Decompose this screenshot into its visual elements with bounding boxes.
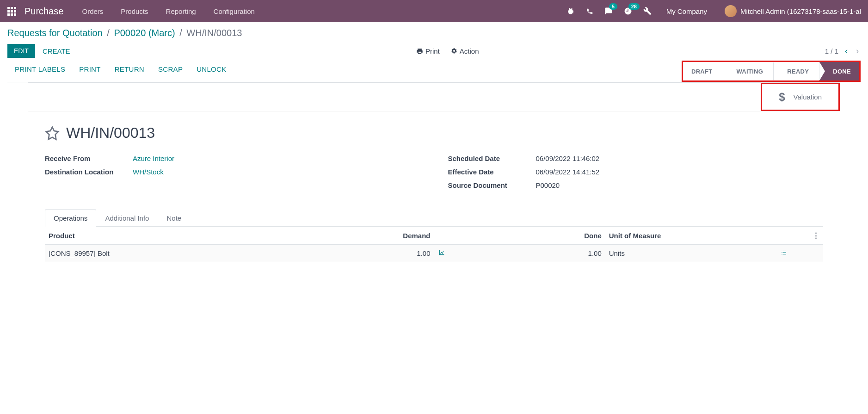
page-title: WH/IN/00013 bbox=[66, 124, 155, 142]
apps-icon[interactable] bbox=[7, 7, 16, 16]
operations-table: Product Demand Done Unit of Measure ⋮ [C… bbox=[45, 227, 823, 262]
action-print[interactable]: PRINT bbox=[79, 65, 101, 77]
cell-demand: 1.00 bbox=[341, 245, 434, 262]
tab-additional-info[interactable]: Additional Info bbox=[96, 209, 158, 227]
nav-menu: Orders Products Reporting Configuration bbox=[82, 7, 255, 15]
kebab-icon[interactable]: ⋮ bbox=[813, 231, 819, 240]
create-button[interactable]: CREATE bbox=[43, 47, 70, 55]
action-scrap[interactable]: SCRAP bbox=[158, 65, 183, 77]
cell-done: 1.00 bbox=[465, 245, 605, 262]
tab-operations[interactable]: Operations bbox=[45, 209, 96, 227]
forecast-icon[interactable] bbox=[438, 249, 445, 257]
nav-orders[interactable]: Orders bbox=[82, 7, 104, 15]
cell-product: [CONS_89957] Bolt bbox=[45, 245, 341, 262]
pager-prev[interactable]: ‹ bbox=[843, 46, 850, 56]
pager: 1 / 1 ‹ › bbox=[825, 46, 861, 56]
print-icon bbox=[416, 48, 423, 55]
valuation-button[interactable]: $ Valuation bbox=[761, 83, 840, 111]
fields-right: Scheduled Date 06/09/2022 11:46:02 Effec… bbox=[448, 154, 824, 195]
detailed-operations-icon[interactable] bbox=[780, 249, 788, 257]
label-source-document: Source Document bbox=[448, 181, 536, 189]
edit-button[interactable]: EDIT bbox=[7, 44, 35, 58]
pager-text: 1 / 1 bbox=[825, 47, 838, 55]
status-ready[interactable]: READY bbox=[773, 62, 819, 80]
company-selector[interactable]: My Company bbox=[666, 7, 707, 15]
phone-icon[interactable] bbox=[586, 7, 593, 15]
value-receive-from[interactable]: Azure Interior bbox=[133, 154, 174, 162]
action-unlock[interactable]: UNLOCK bbox=[197, 65, 226, 77]
status-waiting[interactable]: WAITING bbox=[723, 62, 774, 80]
action-print-labels[interactable]: PRINT LABELS bbox=[15, 65, 65, 77]
messaging-icon[interactable]: 5 bbox=[604, 7, 613, 15]
value-destination-location[interactable]: WH/Stock bbox=[133, 168, 164, 176]
label-receive-from: Receive From bbox=[45, 154, 133, 162]
statusbar: DRAFT WAITING READY DONE bbox=[683, 62, 859, 80]
table-row[interactable]: [CONS_89957] Bolt 1.00 1.00 Units bbox=[45, 245, 823, 262]
breadcrumb-current: WH/IN/00013 bbox=[186, 28, 242, 38]
action-return[interactable]: RETURN bbox=[115, 65, 144, 77]
nav-products[interactable]: Products bbox=[121, 7, 148, 15]
print-dropdown[interactable]: Print bbox=[416, 47, 440, 55]
pager-next[interactable]: › bbox=[854, 46, 861, 56]
avatar bbox=[725, 5, 737, 17]
dollar-icon: $ bbox=[779, 91, 785, 104]
breadcrumb-parent[interactable]: P00020 (Marc) bbox=[114, 28, 175, 38]
value-scheduled-date: 06/09/2022 11:46:02 bbox=[536, 154, 600, 162]
messaging-badge: 5 bbox=[609, 3, 617, 10]
activities-badge: 28 bbox=[628, 3, 640, 10]
label-scheduled-date: Scheduled Date bbox=[448, 154, 536, 162]
breadcrumb-root[interactable]: Requests for Quotation bbox=[7, 28, 103, 38]
tabs: Operations Additional Info Note bbox=[45, 209, 823, 227]
user-menu[interactable]: Mitchell Admin (16273178-saas-15-1-al bbox=[725, 5, 861, 17]
th-product: Product bbox=[45, 227, 341, 245]
status-done[interactable]: DONE bbox=[819, 62, 859, 80]
top-navbar: Purchase Orders Products Reporting Confi… bbox=[0, 0, 868, 22]
star-icon[interactable] bbox=[45, 126, 60, 141]
th-done: Done bbox=[465, 227, 605, 245]
bug-icon[interactable] bbox=[566, 7, 575, 15]
nav-reporting[interactable]: Reporting bbox=[166, 7, 196, 15]
breadcrumb: Requests for Quotation / P00020 (Marc) /… bbox=[7, 28, 861, 38]
status-draft[interactable]: DRAFT bbox=[683, 62, 723, 80]
th-demand: Demand bbox=[341, 227, 434, 245]
gear-icon bbox=[451, 48, 457, 54]
app-brand[interactable]: Purchase bbox=[25, 6, 64, 17]
tab-note[interactable]: Note bbox=[158, 209, 190, 227]
value-source-document: P00020 bbox=[536, 181, 560, 189]
tools-icon[interactable] bbox=[643, 7, 652, 15]
form-sheet: $ Valuation WH/IN/00013 Receive From Azu… bbox=[28, 82, 840, 281]
statusbar-highlight: DRAFT WAITING READY DONE bbox=[682, 61, 861, 82]
activities-icon[interactable]: 28 bbox=[624, 7, 632, 15]
valuation-label: Valuation bbox=[794, 93, 822, 101]
username: Mitchell Admin (16273178-saas-15-1-al bbox=[740, 7, 861, 15]
th-uom: Unit of Measure bbox=[605, 227, 776, 245]
cell-uom: Units bbox=[605, 245, 776, 262]
nav-configuration[interactable]: Configuration bbox=[214, 7, 255, 15]
label-effective-date: Effective Date bbox=[448, 168, 536, 176]
label-destination-location: Destination Location bbox=[45, 168, 133, 176]
value-effective-date: 06/09/2022 14:41:52 bbox=[536, 168, 600, 176]
fields-left: Receive From Azure Interior Destination … bbox=[45, 154, 420, 195]
action-dropdown[interactable]: Action bbox=[451, 47, 479, 55]
